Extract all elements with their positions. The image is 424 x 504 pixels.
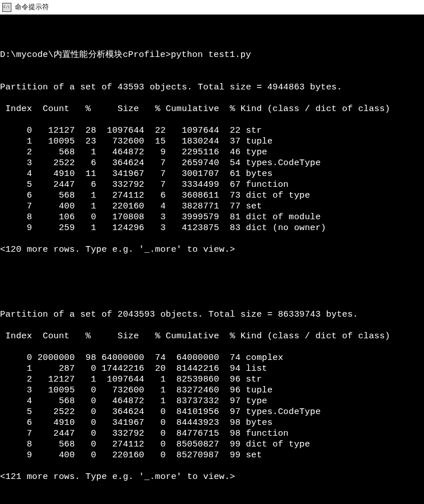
table-row: 8 106 0 170808 3 3999579 81 dict of modu… <box>0 212 424 223</box>
prompt-path: D:\mycode\内置性能分析模块cProfile> <box>0 50 171 60</box>
table-row: 0 12127 28 1097644 22 1097644 22 str <box>0 125 424 136</box>
partition-columns: Index Count % Size % Cumulative % Kind (… <box>0 331 424 342</box>
partition-footer: <120 more rows. Type e.g. '_.more' to vi… <box>0 244 424 255</box>
table-row: 8 568 0 274112 0 85050827 99 dict of typ… <box>0 439 424 450</box>
table-row: 7 400 1 220160 4 3828771 77 set <box>0 201 424 212</box>
table-row: 5 2522 0 364624 0 84101956 97 types.Code… <box>0 407 424 417</box>
cmd-icon <box>2 3 11 12</box>
console-output[interactable]: D:\mycode\内置性能分析模块cProfile>python test1.… <box>0 15 424 504</box>
partition-block-1: Partition of a set of 2043593 objects. T… <box>0 298 424 493</box>
table-row: 9 400 0 220160 0 85270987 99 set <box>0 450 424 461</box>
blank-line <box>0 28 424 39</box>
window-title: 命令提示符 <box>15 2 49 12</box>
prompt-line: D:\mycode\内置性能分析模块cProfile>python test1.… <box>0 50 424 60</box>
table-row: 6 4910 0 341967 0 84443923 98 bytes <box>0 417 424 428</box>
table-row: 1 10095 23 732600 15 1830244 37 tuple <box>0 136 424 147</box>
partition-columns: Index Count % Size % Cumulative % Kind (… <box>0 104 424 114</box>
partition-rows-1: 0 2000000 98 64000000 74 64000000 74 com… <box>0 353 424 461</box>
table-row: 3 10095 0 732600 1 83272460 96 tuple <box>0 385 424 396</box>
table-row: 2 568 1 464872 9 2295116 46 type <box>0 147 424 158</box>
table-row: 7 2447 0 332792 0 84776715 98 function <box>0 428 424 439</box>
table-row: 6 568 1 274112 6 3608611 73 dict of type <box>0 190 424 201</box>
blank-line <box>0 277 424 288</box>
table-row: 4 568 0 464872 1 83737332 97 type <box>0 396 424 407</box>
table-row: 4 4910 11 341967 7 3001707 61 bytes <box>0 169 424 179</box>
partition-footer: <121 more rows. Type e.g. '_.more' to vi… <box>0 472 424 482</box>
table-row: 1 287 0 17442216 20 81442216 94 list <box>0 363 424 374</box>
table-row: 0 2000000 98 64000000 74 64000000 74 com… <box>0 353 424 363</box>
table-row: 5 2447 6 332792 7 3334499 67 function <box>0 179 424 190</box>
table-row: 9 259 1 124296 3 4123875 83 dict (no own… <box>0 223 424 233</box>
table-row: 3 2522 6 364624 7 2659740 54 types.CodeT… <box>0 158 424 169</box>
partition-block-0: Partition of a set of 43593 objects. Tot… <box>0 71 424 266</box>
prompt-command: python test1.py <box>171 50 251 60</box>
partition-header: Partition of a set of 43593 objects. Tot… <box>0 82 424 93</box>
titlebar[interactable]: 命令提示符 <box>0 0 424 15</box>
partition-header: Partition of a set of 2043593 objects. T… <box>0 309 424 320</box>
table-row: 2 12127 1 1097644 1 82539860 96 str <box>0 374 424 385</box>
partition-rows-0: 0 12127 28 1097644 22 1097644 22 str 1 1… <box>0 125 424 233</box>
